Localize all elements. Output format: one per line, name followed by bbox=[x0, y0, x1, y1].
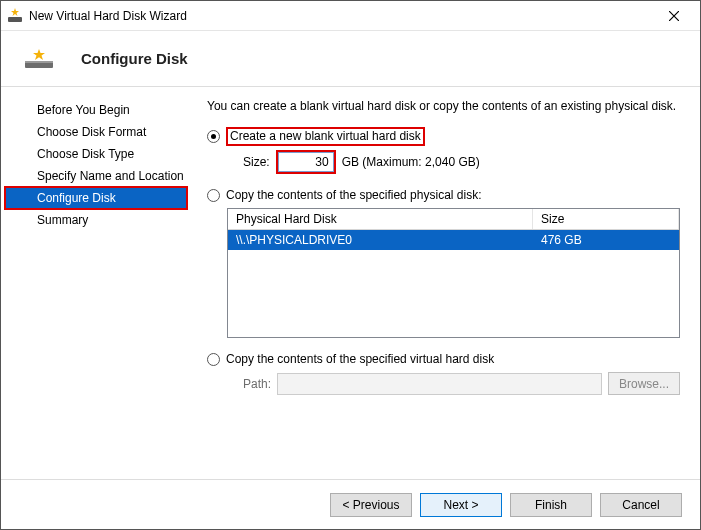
page-title: Configure Disk bbox=[81, 50, 188, 67]
svg-rect-0 bbox=[8, 17, 22, 22]
path-input bbox=[277, 373, 602, 395]
option-blank-row: Create a new blank virtual hard disk bbox=[207, 127, 680, 146]
footer: < Previous Next > Finish Cancel bbox=[1, 479, 700, 529]
size-label: Size: bbox=[243, 155, 270, 169]
window-title: New Virtual Hard Disk Wizard bbox=[29, 9, 654, 23]
sidebar: Before You Begin Choose Disk Format Choo… bbox=[1, 87, 191, 479]
size-input-highlight bbox=[276, 150, 336, 174]
cell-disk: \\.\PHYSICALDRIVE0 bbox=[228, 230, 533, 250]
finish-button[interactable]: Finish bbox=[510, 493, 592, 517]
next-button[interactable]: Next > bbox=[420, 493, 502, 517]
option-physical-label[interactable]: Copy the contents of the specified physi… bbox=[226, 188, 481, 202]
grid-header: Physical Hard Disk Size bbox=[228, 209, 679, 230]
option-virtual-label[interactable]: Copy the contents of the specified virtu… bbox=[226, 352, 494, 366]
grid-row[interactable]: \\.\PHYSICALDRIVE0 476 GB bbox=[228, 230, 679, 250]
svg-rect-2 bbox=[25, 61, 53, 63]
physical-disk-grid: Physical Hard Disk Size \\.\PHYSICALDRIV… bbox=[227, 208, 680, 338]
cell-size: 476 GB bbox=[533, 230, 679, 250]
titlebar: New Virtual Hard Disk Wizard bbox=[1, 1, 700, 31]
path-label: Path: bbox=[243, 377, 271, 391]
step-choose-disk-format[interactable]: Choose Disk Format bbox=[5, 121, 187, 143]
step-configure-disk[interactable]: Configure Disk bbox=[5, 187, 187, 209]
option-physical-row: Copy the contents of the specified physi… bbox=[207, 188, 680, 202]
size-unit: GB (Maximum: 2,040 GB) bbox=[342, 155, 480, 169]
step-before-you-begin[interactable]: Before You Begin bbox=[5, 99, 187, 121]
col-physical-disk[interactable]: Physical Hard Disk bbox=[228, 209, 533, 229]
step-choose-disk-type[interactable]: Choose Disk Type bbox=[5, 143, 187, 165]
close-button[interactable] bbox=[654, 2, 694, 30]
size-input[interactable] bbox=[278, 152, 334, 172]
size-row: Size: GB (Maximum: 2,040 GB) bbox=[243, 150, 680, 174]
step-specify-name-location[interactable]: Specify Name and Location bbox=[5, 165, 187, 187]
path-row: Path: Browse... bbox=[243, 372, 680, 395]
radio-virtual[interactable] bbox=[207, 353, 220, 366]
radio-blank[interactable] bbox=[207, 130, 220, 143]
option-blank-label[interactable]: Create a new blank virtual hard disk bbox=[226, 127, 425, 146]
step-summary[interactable]: Summary bbox=[5, 209, 187, 231]
cancel-button[interactable]: Cancel bbox=[600, 493, 682, 517]
header: Configure Disk bbox=[1, 31, 700, 87]
previous-button[interactable]: < Previous bbox=[330, 493, 412, 517]
wizard-window: New Virtual Hard Disk Wizard Configure D… bbox=[0, 0, 701, 530]
wizard-header-icon bbox=[25, 49, 53, 69]
radio-physical[interactable] bbox=[207, 189, 220, 202]
browse-button: Browse... bbox=[608, 372, 680, 395]
description: You can create a blank virtual hard disk… bbox=[207, 99, 680, 113]
main-panel: You can create a blank virtual hard disk… bbox=[191, 87, 700, 479]
col-size[interactable]: Size bbox=[533, 209, 679, 229]
wizard-icon bbox=[7, 8, 23, 24]
option-virtual-row: Copy the contents of the specified virtu… bbox=[207, 352, 680, 366]
